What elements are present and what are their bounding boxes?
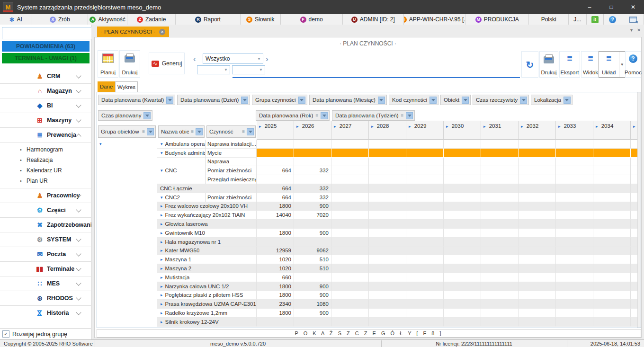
- filter-chip[interactable]: Lokalizacja: [531, 95, 572, 105]
- drukuj-right-button[interactable]: Drukuj: [539, 51, 558, 78]
- collapsed-object-cell[interactable]: ▸Radełko krzyżowe 1,2mm: [157, 309, 257, 318]
- menubar-item-ai[interactable]: ✱AI: [0, 14, 32, 25]
- collapsed-object-cell[interactable]: ▸Głowica laserowa: [157, 220, 257, 229]
- collapsed-object-cell[interactable]: ▸Kater MWG50: [157, 247, 257, 256]
- year-header-2032[interactable]: ▸ 2032: [519, 121, 556, 140]
- range-select[interactable]: Wszystko ▼: [203, 53, 263, 64]
- filter-chip[interactable]: Obiekt: [440, 95, 471, 105]
- sidebar-subitem-plan-ur[interactable]: Plan UR: [0, 176, 91, 186]
- collapsed-object-cell[interactable]: ▸Mutistacja: [157, 273, 257, 282]
- filter-chip[interactable]: Kod czynności: [389, 95, 438, 105]
- sidebar-item-maszyny[interactable]: ⊞Maszyny: [0, 113, 91, 127]
- sub-select-1[interactable]: ▼: [197, 65, 230, 74]
- chevron-down-icon[interactable]: [76, 251, 81, 256]
- chevron-down-icon[interactable]: [76, 207, 81, 212]
- expand-icon[interactable]: ▸: [558, 124, 561, 129]
- menubar-item-produkcja[interactable]: MPRODUKCJA: [465, 14, 529, 25]
- next-range-button[interactable]: ›: [266, 55, 268, 63]
- filter-chip[interactable]: Data planowana (Tydzień)≡: [332, 110, 415, 121]
- filter-icon[interactable]: [378, 97, 385, 104]
- chevron-collapsed-icon[interactable]: ▸: [161, 293, 163, 297]
- year-header-2034[interactable]: ▸ 2034: [593, 121, 631, 140]
- chevron-down-icon[interactable]: [76, 236, 81, 241]
- name-cell[interactable]: ▾CNC2: [157, 193, 206, 202]
- chevron-expanded-icon[interactable]: ▾: [99, 142, 102, 146]
- chevron-collapsed-icon[interactable]: ▸: [161, 240, 163, 244]
- collapsed-object-cell[interactable]: ▸Pogłębiacz płaski z pilotem HSS: [157, 291, 257, 300]
- chevron-expanded-icon[interactable]: ▾: [161, 151, 163, 155]
- tabbar-close-icon[interactable]: ✕: [637, 27, 641, 33]
- chevron-collapsed-icon[interactable]: ▸: [161, 213, 163, 217]
- filter-icon[interactable]: [564, 97, 571, 104]
- filter-chip[interactable]: Data planowana (Kwartał): [98, 95, 175, 105]
- prev-range-button[interactable]: ‹: [193, 55, 196, 63]
- expand-icon[interactable]: ▸: [446, 124, 448, 129]
- filter-icon[interactable]: [147, 128, 154, 135]
- chevron-down-icon[interactable]: [76, 102, 81, 107]
- filter-icon[interactable]: [196, 128, 203, 135]
- expand-icon[interactable]: ▸: [633, 124, 635, 129]
- filter-icon[interactable]: [520, 97, 527, 104]
- menubar-item-app-session[interactable]: SAPP-WIN-CHR-V.95 [...: [404, 14, 465, 25]
- filter-chip[interactable]: Data planowana (Miesiąc): [309, 95, 387, 105]
- chevron-collapsed-icon[interactable]: ▸: [161, 320, 163, 324]
- sidebar-item-system[interactable]: ⚙SYSTEM: [0, 232, 91, 247]
- collapsed-object-cell[interactable]: ▸Hala magazynowa nr 1: [157, 238, 257, 247]
- filter-icon[interactable]: [462, 97, 469, 104]
- sidebar-item-cz-ci[interactable]: ⚙Części: [0, 203, 91, 217]
- collapsed-object-cell[interactable]: ▸Frez walcowo czołowy 20x100 VH: [157, 202, 257, 211]
- year-header-2026[interactable]: ▸ 2026: [294, 121, 331, 140]
- collapsed-object-cell[interactable]: ▸Silnik krokowy 12-24V: [157, 318, 257, 327]
- year-header-2031[interactable]: ▸ 2031: [481, 121, 519, 140]
- menubar-item-share[interactable]: [622, 14, 644, 25]
- tab-dane[interactable]: Dane: [98, 81, 115, 92]
- chevron-down-icon[interactable]: [76, 88, 81, 93]
- chevron-down-icon[interactable]: [76, 73, 81, 78]
- chevron-collapsed-icon[interactable]: ▸: [161, 204, 163, 208]
- chevron-collapsed-icon[interactable]: ▸: [161, 311, 163, 315]
- filter-icon[interactable]: [429, 97, 437, 104]
- filter-chip[interactable]: Grupa czynności: [252, 95, 307, 105]
- menubar-item-raport[interactable]: RRaport: [176, 14, 241, 25]
- filter-chip[interactable]: Czas planowany: [98, 110, 152, 121]
- menubar-item-language[interactable]: Polski: [529, 14, 569, 25]
- column-header-nazwa-obiektu[interactable]: Nazwa obiektu≡: [158, 125, 205, 138]
- filter-icon[interactable]: [247, 128, 254, 135]
- expand-icon[interactable]: ▸: [334, 124, 336, 129]
- sidebar-item-terminale[interactable]: ▮▮Terminale: [0, 261, 91, 276]
- filter-icon[interactable]: [241, 97, 248, 104]
- chevron-expanded-icon[interactable]: ▾: [161, 142, 163, 146]
- chevron-expanded-icon[interactable]: ▾: [161, 168, 163, 173]
- chevron-expanded-icon[interactable]: ▾: [161, 195, 163, 200]
- pomoc-button[interactable]: ? Pomoc: [625, 51, 641, 78]
- collapsed-object-cell[interactable]: ▸Frez wykańczający 20x102 TiAlN: [157, 211, 257, 220]
- expand-icon[interactable]: ▸: [296, 124, 299, 129]
- expand-icon[interactable]: ▸: [483, 124, 486, 129]
- sidebar-subitem-kalendarz-ur[interactable]: Kalendarz UR: [0, 165, 91, 176]
- close-button[interactable]: ✕: [622, 0, 644, 14]
- drukuj-button[interactable]: Drukuj: [119, 50, 140, 78]
- chevron-collapsed-icon[interactable]: ▸: [161, 275, 163, 280]
- notifications-button[interactable]: POWIADOMIENIA (63): [2, 41, 89, 52]
- sub-select-2[interactable]: ▼: [232, 65, 265, 74]
- tab-wykres[interactable]: Wykres: [115, 81, 138, 92]
- expand-icon[interactable]: ▸: [259, 124, 261, 129]
- filter-chip[interactable]: Czas rzeczywisty: [473, 95, 529, 105]
- terminal-notes-button[interactable]: TERMINAL - UWAGI (1): [2, 53, 89, 63]
- filter-chip[interactable]: Data planowana (Dzień): [177, 95, 250, 105]
- uklad-button[interactable]: ≣ Układ: [599, 52, 619, 77]
- chevron-collapsed-icon[interactable]: ▸: [161, 248, 163, 253]
- year-header-2028[interactable]: ▸ 2028: [369, 121, 406, 140]
- collapsed-object-cell[interactable]: ▸Maszyna 1: [157, 255, 257, 264]
- year-header-2033[interactable]: ▸ 2033: [556, 121, 593, 140]
- generuj-button[interactable]: ∿ Generuj: [149, 53, 185, 74]
- show-details-bar[interactable]: P O K A Ż S Z C Z E G Ó Ł Y [ F 8 ]: [97, 329, 641, 338]
- collapsed-object-cell[interactable]: ▸Gwintownik M10: [157, 229, 257, 238]
- sidebar-search-input[interactable]: [2, 27, 93, 39]
- chevron-collapsed-icon[interactable]: ▸: [161, 222, 163, 226]
- filter-icon[interactable]: [298, 97, 305, 104]
- filter-icon[interactable]: [143, 112, 151, 119]
- expand-icon[interactable]: ▸: [371, 124, 374, 129]
- sidebar-item-bi[interactable]: ◆BI: [0, 98, 91, 113]
- document-tab-plan-czynnosci[interactable]: · PLAN CZYNNOŚCI · ✕: [97, 27, 169, 37]
